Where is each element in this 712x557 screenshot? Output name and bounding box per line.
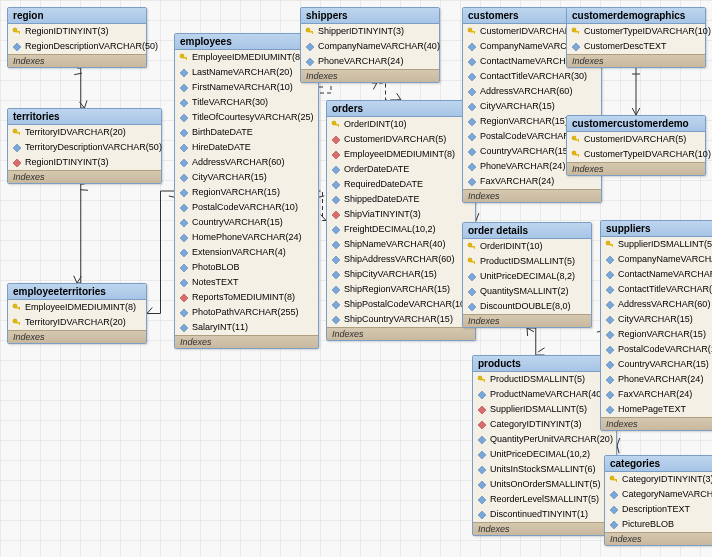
indexes-section[interactable]: Indexes: [601, 417, 712, 430]
entity-header[interactable]: territories: [8, 109, 161, 125]
column-row[interactable]: TerritoryDescription VARCHAR(50): [8, 140, 161, 155]
column-row[interactable]: RegionID TINYINT(3): [8, 155, 161, 170]
entity-categories[interactable]: categoriesCategoryID TINYINT(3)CategoryN…: [604, 455, 712, 546]
indexes-section[interactable]: Indexes: [175, 335, 318, 348]
entity-header[interactable]: shippers: [301, 8, 439, 24]
indexes-section[interactable]: Indexes: [463, 314, 591, 327]
column-row[interactable]: RegionID TINYINT(3): [8, 24, 146, 39]
entity-header[interactable]: employees: [175, 34, 318, 50]
column-row[interactable]: ContactTitle VARCHAR(30): [463, 69, 601, 84]
indexes-section[interactable]: Indexes: [567, 54, 705, 67]
entity-header[interactable]: customerdemographics: [567, 8, 705, 24]
column-row[interactable]: Region VARCHAR(15): [175, 185, 318, 200]
column-row[interactable]: ShipPostalCode VARCHAR(10): [327, 297, 475, 312]
column-row[interactable]: CategoryID TINYINT(3): [605, 472, 712, 487]
indexes-section[interactable]: Indexes: [327, 327, 475, 340]
column-row[interactable]: CustomerID VARCHAR(5): [327, 132, 475, 147]
entity-suppliers[interactable]: suppliersSupplierID SMALLINT(5)CompanyNa…: [600, 220, 712, 431]
column-row[interactable]: Fax VARCHAR(24): [463, 174, 601, 189]
column-row[interactable]: Phone VARCHAR(24): [601, 372, 712, 387]
column-row[interactable]: ShipperID TINYINT(3): [301, 24, 439, 39]
column-row[interactable]: SupplierID SMALLINT(5): [601, 237, 712, 252]
entity-products[interactable]: productsProductID SMALLINT(5)ProductName…: [472, 355, 617, 536]
column-row[interactable]: TitleOfCourtesy VARCHAR(25): [175, 110, 318, 125]
column-row[interactable]: ProductName VARCHAR(40): [473, 387, 616, 402]
entity-header[interactable]: order details: [463, 223, 591, 239]
indexes-section[interactable]: Indexes: [301, 69, 439, 82]
entity-shippers[interactable]: shippersShipperID TINYINT(3)CompanyName …: [300, 7, 440, 83]
column-row[interactable]: RegionDescription VARCHAR(50): [8, 39, 146, 54]
column-row[interactable]: FirstName VARCHAR(10): [175, 80, 318, 95]
column-row[interactable]: Quantity SMALLINT(2): [463, 284, 591, 299]
column-row[interactable]: HireDate DATE: [175, 140, 318, 155]
column-row[interactable]: Address VARCHAR(60): [463, 84, 601, 99]
entity-header[interactable]: products: [473, 356, 616, 372]
column-row[interactable]: Description TEXT: [605, 502, 712, 517]
column-row[interactable]: PostalCode VARCHAR(10): [601, 342, 712, 357]
erd-canvas[interactable]: regionRegionID TINYINT(3)RegionDescripti…: [0, 0, 712, 557]
column-row[interactable]: ReorderLevel SMALLINT(5): [473, 492, 616, 507]
column-row[interactable]: CategoryName VARCHAR(30): [605, 487, 712, 502]
entity-employeeterritories[interactable]: employeeterritoriesEmployeeID MEDIUMINT(…: [7, 283, 147, 344]
column-row[interactable]: OrderDate DATE: [327, 162, 475, 177]
column-row[interactable]: ReportsTo MEDIUMINT(8): [175, 290, 318, 305]
column-row[interactable]: Salary INT(11): [175, 320, 318, 335]
column-row[interactable]: Title VARCHAR(30): [175, 95, 318, 110]
indexes-section[interactable]: Indexes: [473, 522, 616, 535]
column-row[interactable]: City VARCHAR(15): [463, 99, 601, 114]
column-row[interactable]: PostalCode VARCHAR(10): [175, 200, 318, 215]
column-row[interactable]: OrderID INT(10): [463, 239, 591, 254]
column-row[interactable]: CategoryID TINYINT(3): [473, 417, 616, 432]
column-row[interactable]: UnitPrice DECIMAL(10,2): [473, 447, 616, 462]
column-row[interactable]: OrderID INT(10): [327, 117, 475, 132]
column-row[interactable]: ShipVia TINYINT(3): [327, 207, 475, 222]
column-row[interactable]: Address VARCHAR(60): [601, 297, 712, 312]
column-row[interactable]: LastName VARCHAR(20): [175, 65, 318, 80]
indexes-section[interactable]: Indexes: [463, 189, 601, 202]
column-row[interactable]: TerritoryID VARCHAR(20): [8, 125, 161, 140]
indexes-section[interactable]: Indexes: [8, 54, 146, 67]
indexes-section[interactable]: Indexes: [605, 532, 712, 545]
column-row[interactable]: QuantityPerUnit VARCHAR(20): [473, 432, 616, 447]
entity-orders[interactable]: ordersOrderID INT(10)CustomerID VARCHAR(…: [326, 100, 476, 341]
entity-header[interactable]: suppliers: [601, 221, 712, 237]
column-row[interactable]: ShipName VARCHAR(40): [327, 237, 475, 252]
column-row[interactable]: Country VARCHAR(15): [601, 357, 712, 372]
column-row[interactable]: Notes TEXT: [175, 275, 318, 290]
column-row[interactable]: UnitsInStock SMALLINT(6): [473, 462, 616, 477]
column-row[interactable]: SupplierID SMALLINT(5): [473, 402, 616, 417]
entity-header[interactable]: region: [8, 8, 146, 24]
column-row[interactable]: Phone VARCHAR(24): [301, 54, 439, 69]
column-row[interactable]: Fax VARCHAR(24): [601, 387, 712, 402]
entity-employees[interactable]: employeesEmployeeID MEDIUMINT(8)LastName…: [174, 33, 319, 349]
column-row[interactable]: BirthDate DATE: [175, 125, 318, 140]
column-row[interactable]: CustomerTypeID VARCHAR(10): [567, 147, 705, 162]
column-row[interactable]: ProductID SMALLINT(5): [463, 254, 591, 269]
entity-territories[interactable]: territoriesTerritoryID VARCHAR(20)Territ…: [7, 108, 162, 184]
column-row[interactable]: ShipCity VARCHAR(15): [327, 267, 475, 282]
column-row[interactable]: ShippedDate DATE: [327, 192, 475, 207]
entity-region[interactable]: regionRegionID TINYINT(3)RegionDescripti…: [7, 7, 147, 68]
column-row[interactable]: Region VARCHAR(15): [601, 327, 712, 342]
column-row[interactable]: City VARCHAR(15): [175, 170, 318, 185]
column-row[interactable]: EmployeeID MEDIUMINT(8): [8, 300, 146, 315]
column-row[interactable]: HomePage TEXT: [601, 402, 712, 417]
column-row[interactable]: CustomerDesc TEXT: [567, 39, 705, 54]
column-row[interactable]: UnitPrice DECIMAL(8,2): [463, 269, 591, 284]
column-row[interactable]: EmployeeID MEDIUMINT(8): [175, 50, 318, 65]
column-row[interactable]: RequiredDate DATE: [327, 177, 475, 192]
column-row[interactable]: ShipCountry VARCHAR(15): [327, 312, 475, 327]
column-row[interactable]: TerritoryID VARCHAR(20): [8, 315, 146, 330]
entity-customerdemographics[interactable]: customerdemographicsCustomerTypeID VARCH…: [566, 7, 706, 68]
column-row[interactable]: Picture BLOB: [605, 517, 712, 532]
column-row[interactable]: Address VARCHAR(60): [175, 155, 318, 170]
column-row[interactable]: ContactName VARCHAR(30): [601, 267, 712, 282]
column-row[interactable]: Country VARCHAR(15): [175, 215, 318, 230]
column-row[interactable]: Freight DECIMAL(10,2): [327, 222, 475, 237]
column-row[interactable]: City VARCHAR(15): [601, 312, 712, 327]
entity-header[interactable]: categories: [605, 456, 712, 472]
column-row[interactable]: ProductID SMALLINT(5): [473, 372, 616, 387]
column-row[interactable]: UnitsOnOrder SMALLINT(5): [473, 477, 616, 492]
indexes-section[interactable]: Indexes: [8, 170, 161, 183]
column-row[interactable]: CustomerTypeID VARCHAR(10): [567, 24, 705, 39]
